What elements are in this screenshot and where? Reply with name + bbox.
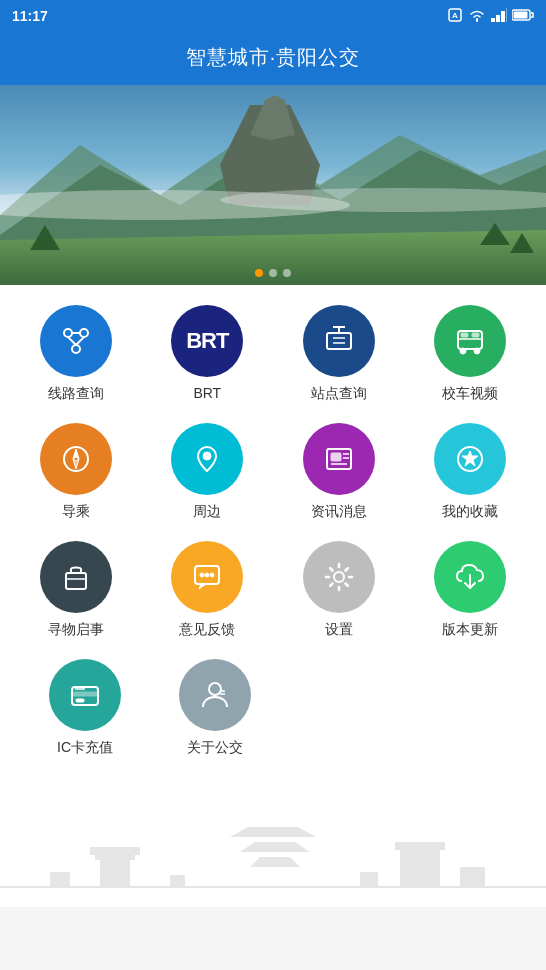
svg-marker-38	[73, 459, 79, 469]
a-icon: A	[447, 7, 463, 26]
navigation-icon-circle	[40, 423, 112, 495]
svg-rect-69	[100, 857, 130, 887]
brt-label: BRT	[193, 385, 221, 401]
dot-1	[255, 269, 263, 277]
route-icon	[58, 323, 94, 359]
svg-rect-76	[170, 875, 185, 887]
app-title: 智慧城市·贵阳公交	[186, 46, 361, 68]
navigation-label: 导乘	[62, 503, 90, 521]
brt-icon-circle: BRT	[171, 305, 243, 377]
menu-item-route-query[interactable]: 线路查询	[21, 305, 131, 403]
svg-marker-37	[73, 449, 79, 459]
settings-icon-circle	[303, 541, 375, 613]
grid-row-3: 寻物启事 意见反馈 设置	[10, 541, 536, 639]
svg-rect-73	[395, 842, 445, 850]
menu-item-ic-recharge[interactable]: IC卡充值	[30, 659, 140, 757]
route-query-label: 线路查询	[48, 385, 104, 403]
school-video-label: 校车视频	[442, 385, 498, 403]
school-video-icon-circle	[434, 305, 506, 377]
ic-recharge-icon-circle	[49, 659, 121, 731]
menu-item-feedback[interactable]: 意见反馈	[152, 541, 262, 639]
dot-2	[269, 269, 277, 277]
time-display: 11:17	[12, 8, 48, 24]
download-cloud-icon	[452, 559, 488, 595]
grid-row-1: 线路查询 BRT BRT 站点查询	[10, 305, 536, 403]
svg-marker-4	[501, 11, 505, 22]
svg-point-33	[474, 348, 480, 354]
menu-item-favorites[interactable]: 我的收藏	[415, 423, 525, 521]
carousel-dots	[255, 269, 291, 277]
svg-marker-3	[496, 15, 500, 22]
svg-marker-46	[462, 451, 478, 466]
station-query-icon-circle	[303, 305, 375, 377]
svg-point-39	[203, 452, 211, 460]
menu-item-nearby[interactable]: 周边	[152, 423, 262, 521]
menu-item-news[interactable]: 资讯消息	[284, 423, 394, 521]
svg-point-20	[80, 329, 88, 337]
settings-label: 设置	[325, 621, 353, 639]
svg-rect-35	[472, 333, 479, 337]
station-icon	[321, 323, 357, 359]
star-icon	[452, 441, 488, 477]
grid-row-4: IC卡充值 关于公交	[10, 659, 536, 757]
about-label: 关于公交	[187, 739, 243, 757]
menu-item-school-video[interactable]: 校车视频	[415, 305, 525, 403]
svg-rect-78	[0, 886, 546, 888]
svg-rect-66	[260, 842, 287, 852]
battery-icon	[512, 8, 534, 24]
station-query-label: 站点查询	[311, 385, 367, 403]
card-icon	[67, 677, 103, 713]
svg-rect-57	[72, 692, 98, 696]
lost-found-label: 寻物启事	[48, 621, 104, 639]
feedback-label: 意见反馈	[179, 621, 235, 639]
svg-rect-74	[50, 872, 70, 887]
svg-rect-77	[360, 872, 378, 887]
about-icon-circle	[179, 659, 251, 731]
wifi-icon	[468, 8, 486, 25]
gear-icon	[321, 559, 357, 595]
menu-item-navigation[interactable]: 导乘	[21, 423, 131, 521]
svg-point-52	[205, 573, 209, 577]
svg-point-53	[210, 573, 214, 577]
svg-marker-2	[491, 18, 495, 22]
ic-recharge-label: IC卡充值	[57, 739, 113, 757]
svg-point-21	[72, 345, 80, 353]
lost-found-icon-circle	[40, 541, 112, 613]
person-icon	[197, 677, 233, 713]
update-label: 版本更新	[442, 621, 498, 639]
update-icon-circle	[434, 541, 506, 613]
svg-marker-5	[506, 8, 507, 22]
main-grid: 线路查询 BRT BRT 站点查询	[0, 285, 546, 787]
svg-point-54	[334, 572, 344, 582]
svg-point-51	[200, 573, 204, 577]
menu-item-about[interactable]: 关于公交	[160, 659, 270, 757]
svg-rect-7	[514, 12, 528, 19]
svg-point-32	[460, 348, 466, 354]
landscape-svg	[0, 85, 546, 285]
nearby-label: 周边	[193, 503, 221, 521]
bus-icon	[452, 323, 488, 359]
chat-icon	[189, 559, 225, 595]
svg-text:A: A	[452, 11, 458, 20]
svg-rect-47	[66, 573, 86, 589]
route-query-icon-circle	[40, 305, 112, 377]
svg-rect-41	[331, 453, 341, 461]
svg-rect-68	[254, 827, 293, 837]
svg-rect-58	[76, 699, 84, 702]
status-bar: 11:17 A	[0, 0, 546, 32]
news-icon-circle	[303, 423, 375, 495]
signal-icon	[491, 8, 507, 25]
menu-item-settings[interactable]: 设置	[284, 541, 394, 639]
menu-item-station-query[interactable]: 站点查询	[284, 305, 394, 403]
favorites-label: 我的收藏	[442, 503, 498, 521]
nearby-icon-circle	[171, 423, 243, 495]
news-label: 资讯消息	[311, 503, 367, 521]
brt-text: BRT	[186, 328, 228, 354]
menu-item-update[interactable]: 版本更新	[415, 541, 525, 639]
app-bar: 智慧城市·贵阳公交	[0, 32, 546, 85]
svg-rect-34	[461, 333, 468, 337]
feedback-icon-circle	[171, 541, 243, 613]
menu-item-lost-found[interactable]: 寻物启事	[21, 541, 131, 639]
menu-item-brt[interactable]: BRT BRT	[152, 305, 262, 403]
hero-banner[interactable]	[0, 85, 546, 285]
